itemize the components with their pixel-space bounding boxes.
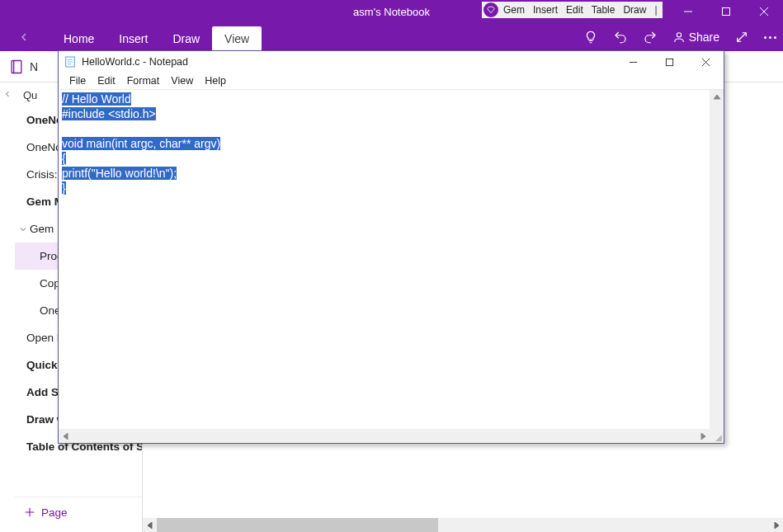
svg-marker-21	[64, 433, 68, 440]
share-button[interactable]: Share	[672, 31, 719, 44]
add-page-label: Page	[41, 506, 68, 519]
svg-rect-17	[666, 59, 672, 65]
gem-divider: |	[651, 4, 660, 16]
svg-marker-20	[714, 95, 720, 99]
notepad-vscrollbar[interactable]	[710, 90, 724, 429]
notepad-hscrollbar[interactable]	[59, 429, 724, 443]
gem-tab-draw[interactable]: Draw	[620, 4, 649, 16]
notepad-body: // Hello World#include <stdio.h> void ma…	[59, 90, 724, 443]
notepad-menu-edit[interactable]: Edit	[92, 75, 121, 87]
scroll-thumb[interactable]	[157, 518, 438, 532]
scroll-right-icon[interactable]	[696, 429, 710, 443]
scroll-right-icon[interactable]	[769, 518, 783, 532]
onenote-window-title: asm's Notebook	[353, 6, 430, 18]
back-button[interactable]	[12, 31, 36, 44]
sidebar-nav-back[interactable]	[0, 82, 15, 532]
minimize-button[interactable]	[669, 0, 707, 23]
ribbon-tab-home[interactable]: Home	[51, 26, 106, 51]
lightbulb-icon[interactable]	[583, 30, 598, 45]
notepad-title: HelloWorld.c - Notepad	[82, 56, 188, 68]
notepad-menu-file[interactable]: File	[64, 75, 92, 87]
notepad-window[interactable]: HelloWorld.c - Notepad File Edit Format …	[58, 50, 724, 444]
scroll-up-icon[interactable]	[710, 90, 724, 104]
svg-point-4	[677, 33, 681, 37]
notepad-text-area[interactable]: // Hello World#include <stdio.h> void ma…	[59, 90, 724, 197]
gem-tab-edit[interactable]: Edit	[563, 4, 587, 16]
fullscreen-icon[interactable]	[734, 30, 749, 45]
notepad-window-controls	[615, 51, 724, 73]
undo-icon[interactable]	[613, 30, 628, 45]
notepad-menu-format[interactable]: Format	[121, 75, 166, 87]
svg-marker-10	[148, 522, 152, 529]
gem-tab-table[interactable]: Table	[588, 4, 619, 16]
onenote-hscrollbar[interactable]	[143, 518, 783, 532]
scroll-left-icon[interactable]	[143, 518, 157, 532]
notepad-menubar: File Edit Format View Help	[59, 73, 724, 90]
ribbon-tab-draw[interactable]: Draw	[160, 26, 212, 51]
svg-marker-11	[775, 522, 779, 529]
notepad-minimize-button[interactable]	[615, 51, 651, 73]
redo-icon[interactable]	[643, 30, 658, 45]
subbar-label[interactable]: N	[30, 60, 38, 73]
svg-marker-22	[701, 433, 705, 440]
notebook-icon[interactable]	[8, 59, 25, 75]
scroll-track[interactable]	[157, 518, 769, 532]
notepad-close-button[interactable]	[687, 51, 724, 73]
more-icon[interactable]	[764, 36, 776, 39]
chevron-down-icon	[18, 224, 28, 234]
notepad-menu-help[interactable]: Help	[199, 75, 232, 87]
close-button[interactable]	[745, 0, 783, 23]
resize-grip-icon[interactable]	[710, 429, 724, 443]
scroll-left-icon[interactable]	[59, 429, 73, 443]
notepad-titlebar[interactable]: HelloWorld.c - Notepad	[59, 51, 724, 73]
add-page-button[interactable]: Page	[15, 497, 142, 532]
gem-toolbar: Gem Insert Edit Table Draw |	[482, 2, 663, 18]
ribbon-right-controls: Share	[583, 30, 776, 45]
share-label: Share	[689, 31, 719, 44]
svg-rect-6	[12, 60, 21, 73]
svg-line-5	[738, 33, 747, 42]
maximize-button[interactable]	[707, 0, 745, 23]
gem-logo-icon[interactable]	[483, 2, 498, 17]
ribbon-tab-view[interactable]: View	[212, 26, 262, 51]
notepad-maximize-button[interactable]	[651, 51, 687, 73]
onenote-titlebar[interactable]: asm's Notebook Gem Insert Edit Table Dra…	[0, 0, 783, 23]
notepad-menu-view[interactable]: View	[165, 75, 199, 87]
gem-tab-insert[interactable]: Insert	[530, 4, 561, 16]
onenote-window-controls	[669, 0, 783, 23]
notepad-app-icon	[64, 55, 77, 68]
svg-rect-1	[723, 8, 730, 16]
onenote-ribbon: Home Insert Draw View Share	[0, 23, 783, 51]
scroll-track[interactable]	[73, 429, 696, 443]
gem-tab-gem[interactable]: Gem	[500, 4, 528, 16]
ribbon-tab-insert[interactable]: Insert	[106, 26, 160, 51]
